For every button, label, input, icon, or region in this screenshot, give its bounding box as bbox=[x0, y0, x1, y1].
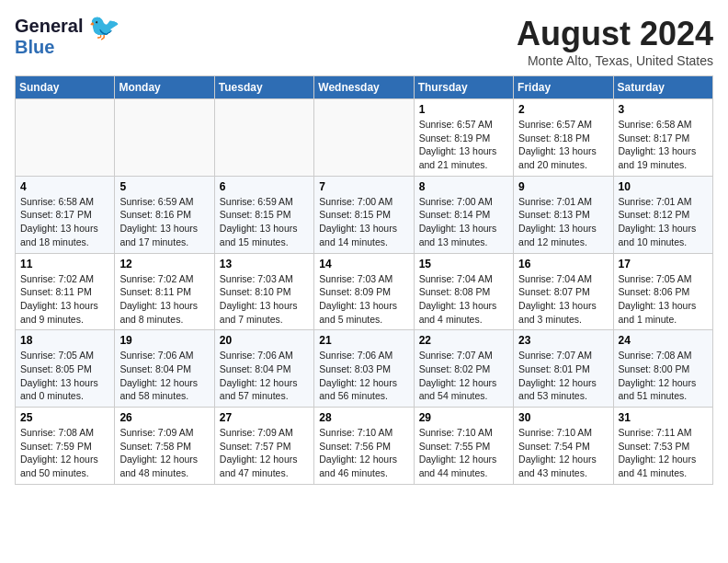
day-cell: 16Sunrise: 7:04 AM Sunset: 8:07 PM Dayli… bbox=[514, 253, 613, 330]
day-info: Sunrise: 7:09 AM Sunset: 7:58 PM Dayligh… bbox=[119, 426, 209, 480]
logo-bird-icon: 🐦 bbox=[88, 13, 120, 41]
day-info: Sunrise: 7:05 AM Sunset: 8:06 PM Dayligh… bbox=[619, 272, 708, 327]
day-info: Sunrise: 7:10 AM Sunset: 7:55 PM Dayligh… bbox=[419, 426, 508, 480]
day-info: Sunrise: 7:02 AM Sunset: 8:11 PM Dayligh… bbox=[20, 272, 109, 327]
day-number: 29 bbox=[419, 411, 508, 424]
day-cell: 4Sunrise: 6:58 AM Sunset: 8:17 PM Daylig… bbox=[16, 176, 115, 253]
day-cell: 17Sunrise: 7:05 AM Sunset: 8:06 PM Dayli… bbox=[613, 253, 712, 330]
day-info: Sunrise: 7:08 AM Sunset: 8:00 PM Dayligh… bbox=[619, 349, 708, 403]
day-number: 15 bbox=[419, 258, 508, 270]
day-cell: 13Sunrise: 7:03 AM Sunset: 8:10 PM Dayli… bbox=[214, 253, 313, 330]
day-number: 20 bbox=[220, 334, 309, 347]
day-cell: 18Sunrise: 7:05 AM Sunset: 8:05 PM Dayli… bbox=[16, 330, 115, 408]
day-number: 2 bbox=[518, 103, 608, 116]
weekday-header-row: SundayMondayTuesdayWednesdayThursdayFrid… bbox=[16, 76, 713, 99]
day-info: Sunrise: 7:07 AM Sunset: 8:01 PM Dayligh… bbox=[518, 349, 608, 403]
day-number: 11 bbox=[20, 258, 109, 270]
day-info: Sunrise: 7:11 AM Sunset: 7:53 PM Dayligh… bbox=[619, 426, 708, 480]
day-number: 4 bbox=[20, 180, 109, 193]
day-number: 10 bbox=[619, 180, 708, 193]
week-row-2: 4Sunrise: 6:58 AM Sunset: 8:17 PM Daylig… bbox=[16, 176, 713, 253]
day-info: Sunrise: 7:02 AM Sunset: 8:11 PM Dayligh… bbox=[119, 272, 209, 327]
day-info: Sunrise: 7:01 AM Sunset: 8:13 PM Dayligh… bbox=[518, 195, 608, 249]
day-info: Sunrise: 6:58 AM Sunset: 8:17 PM Dayligh… bbox=[619, 118, 708, 172]
day-cell: 19Sunrise: 7:06 AM Sunset: 8:04 PM Dayli… bbox=[115, 330, 214, 408]
day-number: 1 bbox=[419, 103, 508, 116]
day-number: 3 bbox=[619, 103, 708, 116]
day-cell: 1Sunrise: 6:57 AM Sunset: 8:19 PM Daylig… bbox=[414, 99, 513, 177]
calendar-table: SundayMondayTuesdayWednesdayThursdayFrid… bbox=[15, 75, 713, 485]
day-info: Sunrise: 7:06 AM Sunset: 8:03 PM Dayligh… bbox=[319, 349, 408, 403]
day-info: Sunrise: 7:09 AM Sunset: 7:57 PM Dayligh… bbox=[220, 426, 309, 480]
day-info: Sunrise: 6:58 AM Sunset: 8:17 PM Dayligh… bbox=[20, 195, 109, 249]
weekday-header-monday: Monday bbox=[115, 76, 214, 99]
day-number: 17 bbox=[619, 258, 708, 270]
day-cell: 14Sunrise: 7:03 AM Sunset: 8:09 PM Dayli… bbox=[314, 253, 414, 330]
weekday-header-thursday: Thursday bbox=[414, 76, 513, 99]
day-info: Sunrise: 7:06 AM Sunset: 8:04 PM Dayligh… bbox=[119, 349, 209, 403]
day-info: Sunrise: 7:00 AM Sunset: 8:14 PM Dayligh… bbox=[419, 195, 508, 249]
location: Monte Alto, Texas, United States bbox=[517, 53, 713, 68]
day-cell: 15Sunrise: 7:04 AM Sunset: 8:08 PM Dayli… bbox=[414, 253, 513, 330]
day-cell: 30Sunrise: 7:10 AM Sunset: 7:54 PM Dayli… bbox=[514, 408, 613, 485]
day-cell: 29Sunrise: 7:10 AM Sunset: 7:55 PM Dayli… bbox=[414, 408, 513, 485]
day-cell: 12Sunrise: 7:02 AM Sunset: 8:11 PM Dayli… bbox=[115, 253, 214, 330]
day-cell: 7Sunrise: 7:00 AM Sunset: 8:15 PM Daylig… bbox=[314, 176, 414, 253]
weekday-header-sunday: Sunday bbox=[16, 76, 115, 99]
day-number: 24 bbox=[619, 334, 708, 347]
day-cell: 26Sunrise: 7:09 AM Sunset: 7:58 PM Dayli… bbox=[115, 408, 214, 485]
day-cell: 20Sunrise: 7:06 AM Sunset: 8:04 PM Dayli… bbox=[214, 330, 313, 408]
day-info: Sunrise: 7:00 AM Sunset: 8:15 PM Dayligh… bbox=[319, 195, 408, 249]
day-number: 5 bbox=[119, 180, 209, 193]
day-info: Sunrise: 7:05 AM Sunset: 8:05 PM Dayligh… bbox=[20, 349, 109, 403]
day-number: 28 bbox=[319, 411, 408, 424]
week-row-4: 18Sunrise: 7:05 AM Sunset: 8:05 PM Dayli… bbox=[16, 330, 713, 408]
day-cell: 11Sunrise: 7:02 AM Sunset: 8:11 PM Dayli… bbox=[16, 253, 115, 330]
day-info: Sunrise: 7:04 AM Sunset: 8:07 PM Dayligh… bbox=[518, 272, 608, 327]
day-number: 27 bbox=[220, 411, 309, 424]
month-title: August 2024 bbox=[517, 15, 713, 53]
day-cell: 22Sunrise: 7:07 AM Sunset: 8:02 PM Dayli… bbox=[414, 330, 513, 408]
day-cell: 10Sunrise: 7:01 AM Sunset: 8:12 PM Dayli… bbox=[613, 176, 712, 253]
logo-blue: Blue bbox=[15, 37, 54, 58]
day-cell: 21Sunrise: 7:06 AM Sunset: 8:03 PM Dayli… bbox=[314, 330, 414, 408]
day-cell bbox=[214, 99, 313, 177]
week-row-1: 1Sunrise: 6:57 AM Sunset: 8:19 PM Daylig… bbox=[16, 99, 713, 177]
day-cell: 9Sunrise: 7:01 AM Sunset: 8:13 PM Daylig… bbox=[514, 176, 613, 253]
day-number: 7 bbox=[319, 180, 408, 193]
day-info: Sunrise: 6:59 AM Sunset: 8:16 PM Dayligh… bbox=[119, 195, 209, 249]
day-cell bbox=[16, 99, 115, 177]
day-info: Sunrise: 7:03 AM Sunset: 8:09 PM Dayligh… bbox=[319, 272, 408, 327]
weekday-header-friday: Friday bbox=[514, 76, 613, 99]
title-area: August 2024 Monte Alto, Texas, United St… bbox=[517, 15, 713, 68]
day-cell: 6Sunrise: 6:59 AM Sunset: 8:15 PM Daylig… bbox=[214, 176, 313, 253]
day-number: 21 bbox=[319, 334, 408, 347]
day-info: Sunrise: 6:59 AM Sunset: 8:15 PM Dayligh… bbox=[220, 195, 309, 249]
day-info: Sunrise: 6:57 AM Sunset: 8:19 PM Dayligh… bbox=[419, 118, 508, 172]
day-cell: 5Sunrise: 6:59 AM Sunset: 8:16 PM Daylig… bbox=[115, 176, 214, 253]
day-cell: 23Sunrise: 7:07 AM Sunset: 8:01 PM Dayli… bbox=[514, 330, 613, 408]
day-cell: 28Sunrise: 7:10 AM Sunset: 7:56 PM Dayli… bbox=[314, 408, 414, 485]
day-cell: 27Sunrise: 7:09 AM Sunset: 7:57 PM Dayli… bbox=[214, 408, 313, 485]
weekday-header-tuesday: Tuesday bbox=[214, 76, 313, 99]
day-cell bbox=[115, 99, 214, 177]
logo: General 🐦 Blue bbox=[15, 15, 120, 58]
day-number: 8 bbox=[419, 180, 508, 193]
day-number: 13 bbox=[220, 258, 309, 270]
day-number: 9 bbox=[518, 180, 608, 193]
day-info: Sunrise: 7:04 AM Sunset: 8:08 PM Dayligh… bbox=[419, 272, 508, 327]
day-number: 25 bbox=[20, 411, 109, 424]
day-number: 16 bbox=[518, 258, 608, 270]
day-cell: 3Sunrise: 6:58 AM Sunset: 8:17 PM Daylig… bbox=[613, 99, 712, 177]
day-info: Sunrise: 7:10 AM Sunset: 7:56 PM Dayligh… bbox=[319, 426, 408, 480]
day-number: 12 bbox=[119, 258, 209, 270]
day-number: 18 bbox=[20, 334, 109, 347]
day-info: Sunrise: 7:10 AM Sunset: 7:54 PM Dayligh… bbox=[518, 426, 608, 480]
day-info: Sunrise: 7:03 AM Sunset: 8:10 PM Dayligh… bbox=[220, 272, 309, 327]
day-cell: 8Sunrise: 7:00 AM Sunset: 8:14 PM Daylig… bbox=[414, 176, 513, 253]
weekday-header-wednesday: Wednesday bbox=[314, 76, 414, 99]
day-number: 26 bbox=[119, 411, 209, 424]
day-cell: 2Sunrise: 6:57 AM Sunset: 8:18 PM Daylig… bbox=[514, 99, 613, 177]
day-info: Sunrise: 6:57 AM Sunset: 8:18 PM Dayligh… bbox=[518, 118, 608, 172]
weekday-header-saturday: Saturday bbox=[613, 76, 712, 99]
